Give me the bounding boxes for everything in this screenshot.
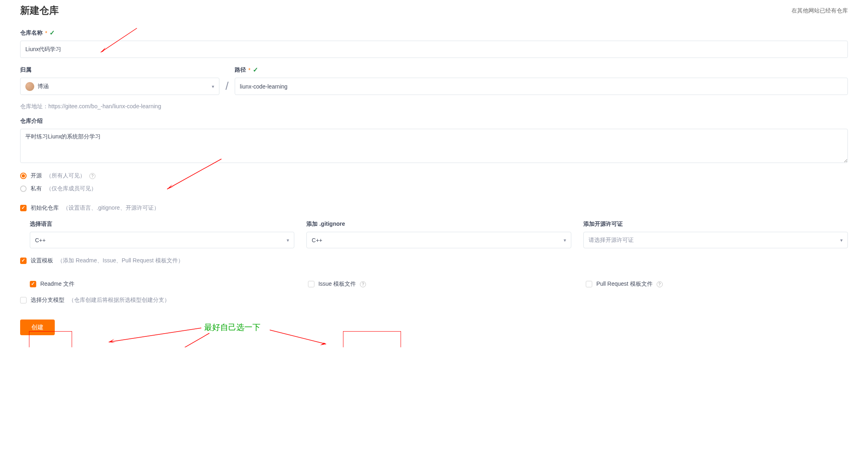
radio-icon [20, 173, 27, 179]
gitignore-label: 添加 .gitignore [306, 221, 571, 228]
path-separator: / [225, 80, 229, 95]
radio-icon [20, 186, 27, 192]
svg-marker-5 [109, 339, 115, 343]
annotation-text: 最好自己选一下 [204, 322, 260, 333]
owner-dropdown[interactable]: 博涵 ▾ [20, 78, 219, 95]
repo-name-input[interactable] [20, 41, 848, 58]
repo-url-label: 仓库地址：https://gitee.com/bo_-han/liunx-cod… [20, 103, 848, 110]
pr-template-checkbox[interactable]: Pull Request 模板文件 ? [586, 280, 848, 288]
init-repo-checkbox[interactable]: 初始化仓库 （设置语言、.gitignore、开源许可证） [20, 204, 848, 212]
chevron-down-icon: ▾ [564, 237, 566, 243]
required-star: * [45, 30, 47, 36]
owner-label: 归属 [20, 66, 31, 74]
help-icon[interactable]: ? [360, 281, 366, 287]
license-select[interactable]: 请选择开源许可证 ▾ [583, 232, 848, 248]
gitignore-select[interactable]: C++ ▾ [306, 232, 571, 248]
chevron-down-icon: ▾ [212, 84, 214, 89]
required-star: * [248, 67, 250, 73]
language-label: 选择语言 [30, 221, 294, 228]
issue-template-checkbox[interactable]: Issue 模板文件 ? [308, 280, 570, 288]
visibility-public-radio[interactable]: 开源 （所有人可见） ? [20, 172, 848, 179]
create-button[interactable]: 创建 [20, 320, 55, 335]
description-label: 仓库介绍 [20, 118, 43, 125]
check-icon: ✓ [253, 66, 258, 74]
license-label: 添加开源许可证 [583, 221, 848, 228]
svg-marker-7 [320, 340, 326, 345]
language-select[interactable]: C++ ▾ [30, 232, 294, 248]
chevron-down-icon: ▾ [287, 237, 289, 243]
checkbox-icon [20, 258, 27, 264]
readme-checkbox[interactable]: Readme 文件 [30, 280, 292, 288]
existing-repo-link[interactable]: 在其他网站已经有仓库 [792, 7, 848, 14]
svg-line-8 [121, 333, 209, 347]
repo-name-label: 仓库名称 * ✓ [20, 29, 55, 37]
page-title: 新建仓库 [20, 4, 59, 17]
svg-line-4 [109, 328, 201, 342]
checkbox-icon [20, 297, 27, 303]
path-label: 路径 * ✓ [235, 66, 258, 74]
checkbox-icon [308, 281, 314, 287]
chevron-down-icon: ▾ [840, 237, 843, 243]
owner-value: 博涵 [37, 83, 49, 90]
checkbox-icon [20, 205, 27, 211]
branch-model-checkbox[interactable]: 选择分支模型 （仓库创建后将根据所选模型创建分支） [20, 297, 848, 304]
help-icon[interactable]: ? [89, 173, 95, 179]
svg-line-6 [270, 330, 326, 344]
path-input[interactable] [235, 78, 848, 95]
check-icon: ✓ [50, 29, 55, 37]
help-icon[interactable]: ? [657, 281, 663, 287]
annotation-box [343, 331, 401, 347]
avatar [25, 82, 34, 91]
visibility-private-radio[interactable]: 私有 （仅仓库成员可见） [20, 185, 848, 192]
template-checkbox[interactable]: 设置模板 （添加 Readme、Issue、Pull Request 模板文件） [20, 257, 848, 264]
checkbox-icon [30, 281, 36, 287]
description-textarea[interactable] [20, 129, 848, 163]
checkbox-icon [586, 281, 592, 287]
